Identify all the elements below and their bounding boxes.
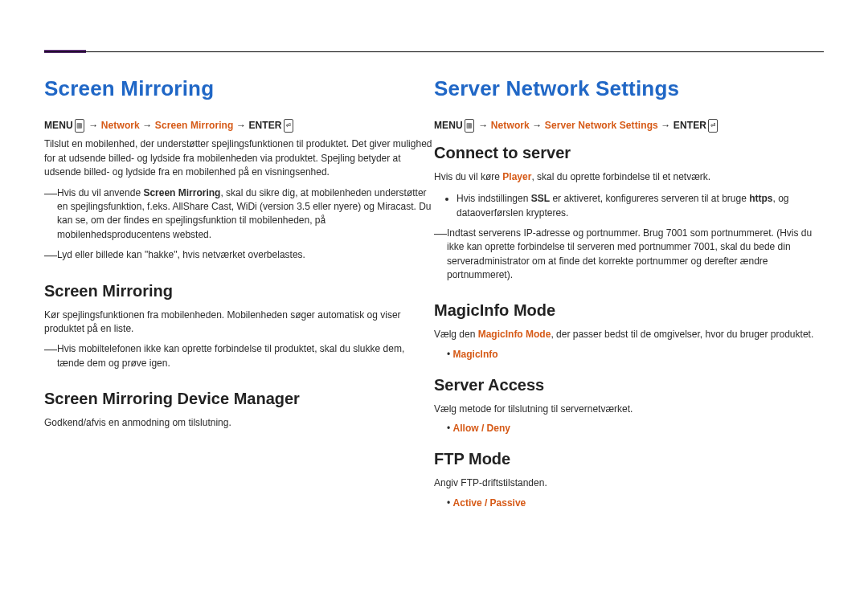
option-item: Active / Passive xyxy=(434,497,824,509)
bullet-list: Hvis indstillingen SSL er aktiveret, kon… xyxy=(434,191,824,220)
left-column: Screen Mirroring MENU▥ → Network → Scree… xyxy=(44,76,434,517)
subheading: Server Access xyxy=(434,376,824,394)
subheading: Screen Mirroring xyxy=(44,282,434,300)
body-text: Angiv FTP-driftstilstanden. xyxy=(434,476,824,490)
note-item: ― Hvis mobiltelefonen ikke kan oprette f… xyxy=(44,342,434,374)
note-dash: ― xyxy=(44,342,57,357)
intro-text: Tilslut en mobilenhed, der understøtter … xyxy=(44,137,434,179)
header-rule xyxy=(44,51,824,52)
section-title: Screen Mirroring xyxy=(44,76,434,101)
menu-path: MENU▥ → Network → Screen Mirroring → ENT… xyxy=(44,119,434,133)
subheading: Screen Mirroring Device Manager xyxy=(44,390,434,408)
right-column: Server Network Settings MENU▥ → Network … xyxy=(434,76,824,517)
note-dash: ― xyxy=(44,186,57,201)
body-text: Godkend/afvis en anmodning om tilslutnin… xyxy=(44,416,434,430)
body-text: Vælg metode for tilslutning til serverne… xyxy=(434,403,824,416)
menu-path: MENU▥ → Network → Server Network Setting… xyxy=(434,119,824,133)
note-item: ― Hvis du vil anvende Screen Mirroring, … xyxy=(44,186,434,246)
list-item: Hvis indstillingen SSL er aktiveret, kon… xyxy=(457,191,824,220)
body-text: Kør spejlingsfunktionen fra mobilenheden… xyxy=(44,309,434,337)
note-dash: ― xyxy=(44,248,57,263)
body-text: Vælg den MagicInfo Mode, der passer beds… xyxy=(434,328,824,341)
note-item: ― Indtast serverens IP-adresse og portnu… xyxy=(434,227,824,286)
enter-icon: ⏎ xyxy=(284,119,293,133)
menu-icon: ▥ xyxy=(465,119,474,133)
note-item: ― Lyd eller billede kan "hakke", hvis ne… xyxy=(44,248,434,265)
note-dash: ― xyxy=(434,227,447,241)
section-title: Server Network Settings xyxy=(434,76,824,101)
menu-icon: ▥ xyxy=(75,119,84,133)
subheading: FTP Mode xyxy=(434,450,824,468)
subheading: MagicInfo Mode xyxy=(434,301,824,320)
enter-icon: ⏎ xyxy=(708,119,718,133)
body-text: Hvis du vil køre Player, skal du oprette… xyxy=(434,170,824,184)
option-item: MagicInfo xyxy=(434,349,824,360)
subheading: Connect to server xyxy=(434,144,824,162)
option-item: Allow / Deny xyxy=(434,423,824,434)
